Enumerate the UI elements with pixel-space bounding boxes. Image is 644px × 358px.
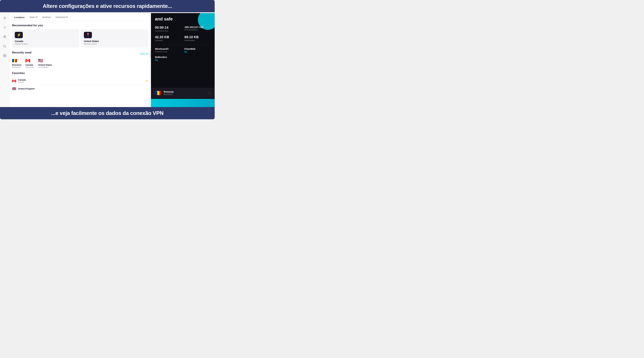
location-panel: Locations Static IP MultiHop Dedicated I… bbox=[10, 13, 151, 108]
tabs: Locations Static IP MultiHop Dedicated I… bbox=[12, 13, 148, 21]
fav-canada-flag: 🇨🇦 bbox=[12, 79, 16, 83]
svg-point-1 bbox=[4, 27, 5, 28]
sidebar-gear-icon[interactable] bbox=[2, 53, 8, 59]
pin-icon: 📍 bbox=[86, 33, 90, 37]
us-card-country: United States bbox=[84, 40, 99, 42]
uploaded-value: 42.20 KB bbox=[155, 35, 181, 39]
canada-city: Vancouver bbox=[25, 66, 34, 68]
tab-locations[interactable]: Locations bbox=[12, 15, 27, 20]
cleanweb-status: On bbox=[184, 51, 211, 53]
tab-dedicated-ip[interactable]: Dedicated IP bbox=[54, 15, 70, 20]
downloaded-value: 69.10 KB bbox=[184, 35, 211, 39]
connection-time-label: Connection time bbox=[155, 30, 181, 32]
noborders-section: NoBorders On bbox=[155, 56, 211, 61]
current-location: 🇷🇴 Romania Bucharest ☆ bbox=[151, 88, 215, 98]
downloaded-label: Downloaded bbox=[184, 39, 211, 41]
status-headline: and safe bbox=[155, 16, 211, 22]
tab-multihop[interactable]: MultiHop bbox=[40, 15, 53, 20]
us-city: Los Angeles bbox=[38, 66, 48, 68]
cleanweb-feature: CleanWeb On bbox=[184, 48, 211, 53]
romania-flag: 🇷🇴 bbox=[12, 58, 17, 63]
canada-flag: 🇨🇦 bbox=[25, 58, 30, 63]
current-location-city: Bucharest bbox=[164, 93, 206, 95]
favorites-section: Favorites 🇨🇦 Canada Fastest ★ 🇬🇧 United … bbox=[12, 72, 148, 92]
recent-us[interactable]: 🇺🇸 United States Los Angeles bbox=[38, 58, 52, 68]
downloaded-stat: 69.10 KB Downloaded bbox=[184, 35, 211, 41]
recent-canada[interactable]: 🇨🇦 Canada Vancouver bbox=[25, 58, 34, 68]
svg-point-3 bbox=[4, 55, 5, 56]
fav-uk-star[interactable]: ☆ bbox=[146, 87, 148, 90]
tab-static-ip[interactable]: Static IP bbox=[27, 15, 40, 20]
canada-card[interactable]: ⚡ Canada Fastest location bbox=[12, 29, 79, 48]
recently-used-title: Recently used bbox=[12, 51, 31, 54]
bottom-banner-text: ...e veja facilmente os dados da conexão… bbox=[7, 110, 208, 116]
us-card-icon: 📍 bbox=[84, 32, 92, 38]
fav-canada[interactable]: 🇨🇦 Canada Fastest ★ bbox=[12, 77, 148, 85]
connection-time-value: 00:00:14 bbox=[155, 26, 181, 29]
scroll-indicator bbox=[150, 51, 150, 58]
recently-used-header: Recently used Clear list bbox=[12, 51, 148, 56]
us-country: United States bbox=[38, 64, 52, 66]
fav-uk-country: United Kingdom bbox=[18, 87, 144, 90]
current-location-flag: 🇷🇴 bbox=[155, 90, 162, 96]
svg-point-2 bbox=[4, 45, 6, 47]
recommended-title: Recommended for you bbox=[12, 24, 148, 27]
uploaded-label: Uploaded bbox=[155, 39, 181, 41]
canada-card-subtitle: Fastest location bbox=[15, 43, 28, 45]
recommended-cards: ⚡ Canada Fastest location 📍 United State… bbox=[12, 29, 148, 48]
us-card-subtitle: Nearest country bbox=[84, 43, 97, 45]
vpn-ip-label: VPN IP Address bbox=[184, 29, 211, 31]
uploaded-stat: 42.20 KB Uploaded bbox=[155, 35, 181, 41]
noborders-name: NoBorders bbox=[155, 56, 211, 58]
sidebar bbox=[0, 13, 10, 108]
lightning-icon: ⚡ bbox=[16, 33, 21, 37]
protocol-label: Protocol in use bbox=[155, 51, 182, 53]
svg-point-0 bbox=[4, 17, 5, 18]
romania-city: Bucharest bbox=[12, 66, 20, 68]
canada-card-icon: ⚡ bbox=[15, 32, 23, 38]
sidebar-bug-icon[interactable] bbox=[2, 34, 8, 40]
current-location-info: Romania Bucharest bbox=[164, 90, 206, 95]
canada-country: Canada bbox=[25, 64, 33, 66]
divider bbox=[155, 45, 211, 45]
canada-card-country: Canada bbox=[15, 40, 23, 42]
stats-grid: 00:00:14 Connection time 185.102.217.162… bbox=[155, 26, 211, 41]
sidebar-search-icon[interactable] bbox=[2, 43, 8, 49]
vpn-ip-stat: 185.102.217.162 VPN IP Address bbox=[184, 26, 211, 32]
fav-canada-city: Fastest bbox=[18, 81, 144, 83]
us-card[interactable]: 📍 United States Nearest country bbox=[81, 29, 148, 48]
recent-romania[interactable]: 🇷🇴 Romania Bucharest bbox=[12, 58, 21, 68]
connect-button[interactable] bbox=[151, 99, 215, 108]
right-panel: and safe 00:00:14 Connection time 185.10… bbox=[151, 13, 215, 108]
romania-country: Romania bbox=[12, 64, 21, 66]
top-banner-text: Altere configurações e ative recursos ra… bbox=[7, 3, 208, 9]
fav-canada-info: Canada Fastest bbox=[18, 79, 144, 83]
current-location-country: Romania bbox=[164, 90, 206, 93]
left-panel: Locations Static IP MultiHop Dedicated I… bbox=[0, 13, 151, 108]
noborders-status: On bbox=[155, 59, 211, 61]
protocol-name: WireGuard® bbox=[155, 48, 182, 50]
us-flag: 🇺🇸 bbox=[38, 58, 43, 63]
bottom-banner: ...e veja facilmente os dados da conexão… bbox=[0, 107, 215, 119]
vpn-ip-value: 185.102.217.162 bbox=[184, 26, 211, 28]
sidebar-settings-icon[interactable] bbox=[2, 24, 8, 30]
clear-list-button[interactable]: Clear list bbox=[140, 52, 148, 55]
status-content: and safe 00:00:14 Connection time 185.10… bbox=[151, 13, 215, 69]
cleanweb-name: CleanWeb bbox=[184, 48, 211, 50]
fav-uk-info: United Kingdom bbox=[18, 87, 144, 90]
feature-grid: WireGuard® Protocol in use CleanWeb On bbox=[155, 48, 211, 53]
fav-uk-flag: 🇬🇧 bbox=[12, 87, 16, 91]
location-star-icon[interactable]: ☆ bbox=[208, 91, 211, 95]
main-content: Locations Static IP MultiHop Dedicated I… bbox=[0, 13, 215, 108]
connection-time-stat: 00:00:14 Connection time bbox=[155, 26, 181, 32]
fav-canada-star[interactable]: ★ bbox=[146, 79, 148, 82]
protocol-feature: WireGuard® Protocol in use bbox=[155, 48, 182, 53]
recently-used-section: Recently used Clear list 🇷🇴 Romania Buch… bbox=[12, 51, 148, 68]
fav-uk[interactable]: 🇬🇧 United Kingdom ☆ bbox=[12, 85, 148, 92]
top-banner: Altere configurações e ative recursos ra… bbox=[0, 0, 215, 12]
fav-canada-country: Canada bbox=[18, 79, 144, 81]
sidebar-user-icon[interactable] bbox=[2, 15, 8, 21]
favorites-title: Favorites bbox=[12, 72, 148, 75]
recent-countries: 🇷🇴 Romania Bucharest 🇨🇦 Canada Vancouver… bbox=[12, 58, 148, 68]
